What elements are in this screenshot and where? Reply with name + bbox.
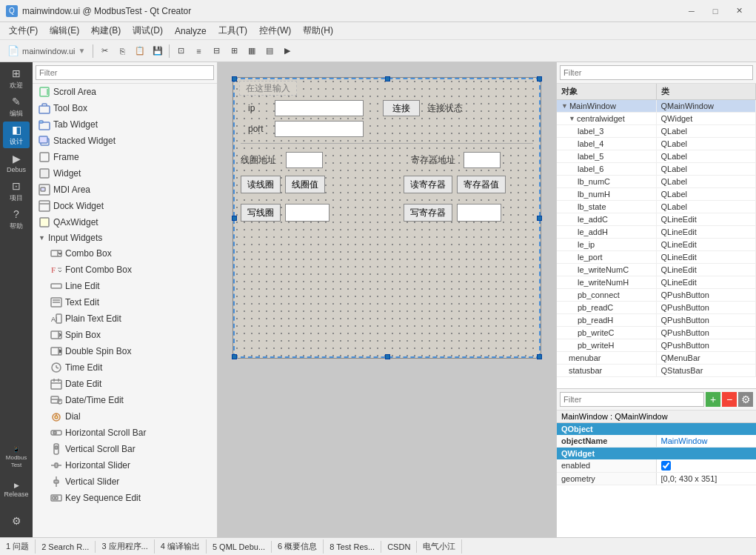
sidebar-icon-release[interactable]: ▶ Release [3, 476, 30, 503]
prop-row-object-name[interactable]: objectName MainWindow [557, 435, 756, 448]
ip-input[interactable]: 127.0.0.1 [275, 100, 364, 116]
canvas-container[interactable]: 在这里输入 ip 127.0.0.1 连接 连接状态 port 502 [218, 62, 556, 537]
sidebar-icon-settings[interactable]: ⚙ [3, 508, 30, 534]
reg-addr-input[interactable]: 0 [464, 152, 501, 168]
menu-analyze[interactable]: Analyze [169, 24, 213, 38]
tb-cut[interactable]: ✂ [96, 43, 113, 59]
sidebar-item-widget[interactable]: Widget [33, 165, 217, 182]
file-tab-dropdown[interactable]: ▼ [78, 47, 86, 55]
tb-layout[interactable]: ▦ [244, 43, 260, 59]
sidebar-item-tool-box[interactable]: Tool Box [33, 100, 217, 116]
minimize-button[interactable]: ─ [680, 4, 703, 18]
sidebar-item-double-spin-box[interactable]: Double Spin Box [33, 343, 217, 359]
status-problems[interactable]: 1 问题 [0, 539, 36, 554]
tb-align-center[interactable]: ≡ [190, 43, 207, 59]
sidebar-item-v-scroll-bar[interactable]: Vertical Scroll Bar [33, 441, 217, 457]
tb-align-left[interactable]: ⊡ [173, 43, 189, 59]
read-reg-button[interactable]: 读寄存器 [404, 176, 452, 193]
tree-row-le-addH[interactable]: le_addH QLineEdit [557, 226, 756, 239]
tb-align-right[interactable]: ⊟ [208, 43, 224, 59]
write-reg-button[interactable]: 写寄存器 [404, 204, 452, 222]
sidebar-item-line-edit[interactable]: Line Edit [33, 278, 217, 294]
status-csdn[interactable]: CSDN [381, 541, 417, 553]
sidebar-item-spin-box[interactable]: Spin Box [33, 327, 217, 343]
menu-help[interactable]: 帮助(H) [297, 23, 339, 39]
resize-handle-bm[interactable] [385, 354, 390, 359]
tree-row-lb-numC[interactable]: lb_numC QLabel [557, 176, 756, 188]
tree-row-lb-numH[interactable]: lb_numH QLabel [557, 188, 756, 201]
design-surface[interactable]: 在这里输入 ip 127.0.0.1 连接 连接状态 port 502 [233, 77, 541, 359]
menu-tools[interactable]: 工具(T) [213, 23, 253, 39]
enabled-checkbox[interactable] [661, 461, 671, 471]
tree-row-le-ip[interactable]: le_ip QLineEdit [557, 239, 756, 251]
read-coil-button[interactable]: 读线圈 [241, 176, 281, 193]
sidebar-icon-project[interactable]: ⊡ 项目 [3, 178, 30, 205]
sidebar-item-datetime-edit[interactable]: Date/Time Edit [33, 392, 217, 408]
resize-handle-tm[interactable] [385, 76, 390, 82]
coil-addr-input[interactable]: 0 [286, 152, 323, 168]
props-filter-input[interactable] [560, 392, 704, 407]
tree-row-label5[interactable]: label_5 QLabel [557, 150, 756, 163]
status-summary[interactable]: 6 概要信息 [272, 539, 324, 554]
menu-debug[interactable]: 调试(D) [127, 23, 169, 39]
sidebar-item-h-slider[interactable]: Horizontal Slider [33, 457, 217, 473]
expand-centralwidget[interactable]: ▼ [569, 115, 575, 122]
status-test[interactable]: 8 Test Res... [324, 541, 381, 553]
tree-row-le-writeNumH[interactable]: le_writeNumH QLineEdit [557, 276, 756, 289]
tree-row-pb-readC[interactable]: pb_readC QPushButton [557, 302, 756, 314]
tree-row-pb-readH[interactable]: pb_readH QPushButton [557, 314, 756, 327]
props-settings-button[interactable]: ⚙ [738, 392, 753, 407]
reg-val-button[interactable]: 寄存器值 [457, 176, 506, 193]
sidebar-item-dock-widget[interactable]: Dock Widget [33, 198, 217, 214]
write-coil-input[interactable]: 0 [285, 204, 330, 222]
status-qml[interactable]: 5 QML Debu... [207, 541, 272, 553]
menu-controls[interactable]: 控件(W) [253, 23, 297, 39]
status-search[interactable]: 2 Search R... [36, 541, 96, 553]
tb-paste[interactable]: 📋 [132, 43, 148, 59]
tree-row-label3[interactable]: label_3 QLabel [557, 125, 756, 138]
status-app[interactable]: 3 应用程序... [96, 539, 154, 554]
tree-row-le-port[interactable]: le_port QLineEdit [557, 251, 756, 264]
tb-form[interactable]: ▤ [261, 43, 278, 59]
sidebar-item-frame[interactable]: Frame [33, 149, 217, 165]
maximize-button[interactable]: □ [704, 4, 726, 18]
tree-row-le-writeNumC[interactable]: le_writeNumC QLineEdit [557, 264, 756, 276]
status-compile[interactable]: 4 编译输出 [155, 539, 207, 554]
tree-row-pb-writeH[interactable]: pb_writeH QPushButton [557, 339, 756, 352]
tb-grid[interactable]: ⊞ [226, 43, 242, 59]
sidebar-item-dial[interactable]: Dial [33, 408, 217, 425]
props-add-button[interactable]: + [706, 392, 720, 407]
resize-handle-br[interactable] [537, 354, 542, 359]
resize-handle-bl[interactable] [232, 354, 237, 359]
menu-edit[interactable]: 编辑(E) [44, 23, 85, 39]
file-tab-name[interactable]: mainwindow.ui [22, 47, 76, 56]
write-reg-input[interactable]: 0 [457, 204, 501, 222]
sidebar-item-time-edit[interactable]: Time Edit [33, 359, 217, 376]
prop-row-enabled[interactable]: enabled [557, 459, 756, 473]
sidebar-filter-input[interactable] [36, 65, 214, 80]
tree-row-mainwindow[interactable]: ▼ MainWindow QMainWindow [557, 100, 756, 113]
sidebar-item-v-slider[interactable]: Vertical Slider [33, 473, 217, 490]
tree-row-label6[interactable]: label_6 QLabel [557, 163, 756, 176]
sidebar-icon-debug[interactable]: ▶ Debus [3, 150, 30, 176]
tree-row-pb-connect[interactable]: pb_connect QPushButton [557, 289, 756, 302]
sidebar-icon-design[interactable]: ◧ 设计 [3, 122, 30, 148]
connect-button[interactable]: 连接 [383, 100, 420, 116]
resize-handle-tl[interactable] [232, 76, 237, 82]
tree-row-pb-writeC[interactable]: pb_writeC QPushButton [557, 327, 756, 339]
sidebar-icon-edit[interactable]: ✎ 编辑 [3, 93, 30, 120]
sidebar-icon-welcome[interactable]: ⊞ 欢迎 [3, 65, 30, 92]
sidebar-item-h-scroll-bar[interactable]: Horizontal Scroll Bar [33, 425, 217, 441]
tree-row-statusbar[interactable]: statusbar QStatusBar [557, 365, 756, 377]
object-tree-filter-input[interactable] [560, 65, 753, 80]
close-button[interactable]: ✕ [728, 4, 750, 18]
sidebar-item-font-combo-box[interactable]: F Font Combo Box [33, 262, 217, 278]
write-coil-button[interactable]: 写线圈 [241, 204, 281, 222]
sidebar-item-qaxwidget[interactable]: QAxWidget [33, 214, 217, 230]
tb-preview[interactable]: ▶ [279, 43, 295, 59]
coil-val-button[interactable]: 线圈值 [285, 176, 325, 193]
resize-handle-ml[interactable] [232, 216, 237, 221]
tb-copy[interactable]: ⎘ [114, 43, 130, 59]
sidebar-item-scroll-area[interactable]: Scroll Area [33, 84, 217, 100]
prop-row-geometry[interactable]: geometry [0,0; 430 x 351] [557, 473, 756, 485]
